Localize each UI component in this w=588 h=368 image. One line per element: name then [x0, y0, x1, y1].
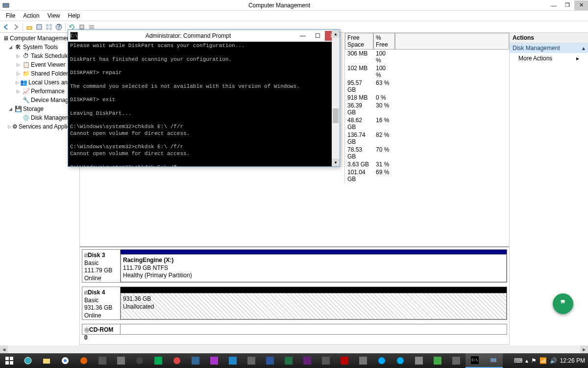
task-app15[interactable]	[447, 353, 466, 368]
task-skype[interactable]	[391, 353, 410, 368]
task-app4[interactable]	[149, 353, 168, 368]
collapse-icon[interactable]: ◢	[8, 45, 13, 50]
task-app7[interactable]	[205, 353, 223, 368]
scroll-down-button[interactable]: ▼	[332, 158, 340, 166]
table-row[interactable]: 3.63 GB31 %	[345, 160, 509, 168]
expand-icon[interactable]: ▷	[8, 124, 11, 130]
up-button[interactable]	[25, 23, 34, 31]
start-button[interactable]	[0, 353, 19, 368]
col-free-space[interactable]: Free Space	[345, 33, 373, 50]
expand-icon[interactable]: ▷	[16, 80, 19, 85]
volume-size: 111.79 GB NTFS	[123, 264, 168, 271]
disk-row-cdrom[interactable]: ◎CD-ROM 0	[82, 324, 507, 335]
task-filezilla[interactable]	[335, 353, 354, 368]
tray-clock[interactable]: 12:26 PM	[560, 357, 585, 364]
grid-button[interactable]	[45, 23, 53, 31]
tray-up-icon[interactable]: ▴	[525, 357, 528, 364]
back-button[interactable]	[2, 23, 11, 31]
scroll-right-button[interactable]: ▶	[580, 345, 588, 353]
task-app10[interactable]	[317, 353, 335, 368]
table-row[interactable]: 36.39 GB30 %	[345, 102, 509, 116]
task-app12[interactable]	[372, 353, 391, 368]
event-icon: 📋	[22, 61, 30, 69]
task-explorer[interactable]	[37, 353, 56, 368]
task-vs[interactable]	[298, 353, 317, 368]
task-app9[interactable]	[242, 353, 261, 368]
task-chrome[interactable]	[56, 353, 74, 368]
task-app2[interactable]	[112, 353, 130, 368]
help-button[interactable]: ?	[54, 23, 63, 31]
menu-file[interactable]: File	[2, 11, 19, 20]
table-row[interactable]: 101.04 GB69 %	[345, 168, 509, 183]
disk-row-3[interactable]: ⎚Disk 3 Basic 111.79 GB Online RacingEng…	[82, 249, 507, 283]
svg-rect-23	[98, 357, 106, 365]
properties-button[interactable]	[35, 23, 44, 31]
task-excel[interactable]	[279, 353, 298, 368]
scroll-up-button[interactable]: ▲	[332, 30, 340, 38]
task-app13[interactable]	[410, 353, 428, 368]
table-row[interactable]: 102 MB100 %	[345, 64, 509, 79]
table-row[interactable]: 918 MB0 %	[345, 94, 509, 102]
table-row[interactable]: 78.53 GB70 %	[345, 146, 509, 160]
menu-help[interactable]: Help	[64, 11, 84, 20]
task-app3[interactable]	[130, 353, 149, 368]
taskbar[interactable]: C:\ ⌨ ▴ ⚑ 📶 🔊 12:26 PM	[0, 353, 588, 368]
expand-icon[interactable]: ▷	[16, 89, 21, 94]
tray-volume-icon[interactable]: 🔊	[550, 357, 557, 364]
volume-racingengine[interactable]: RacingEngine (X:) 111.79 GB NTFS Healthy…	[121, 250, 507, 282]
volume-table[interactable]: Free Space % Free 306 MB100 %102 MB100 %…	[344, 33, 509, 183]
cmd-titlebar[interactable]: C:\ Administrator: Command Prompt — ☐ ✕	[68, 30, 340, 42]
collapse-icon[interactable]: ◢	[8, 106, 13, 112]
col-pct-free[interactable]: % Free	[373, 33, 395, 50]
task-app1[interactable]	[93, 353, 112, 368]
scroll-left-button[interactable]: ◀	[0, 345, 8, 353]
system-tray[interactable]: ⌨ ▴ ⚑ 📶 🔊 12:26 PM	[514, 357, 588, 364]
tray-network-icon[interactable]: 📶	[539, 357, 547, 364]
cmd-scrollbar[interactable]: ▲ ▼	[332, 30, 340, 166]
svg-rect-4	[46, 24, 49, 26]
task-app11[interactable]	[354, 353, 372, 368]
table-row[interactable]: 48.62 GB16 %	[345, 116, 509, 131]
hangouts-fab[interactable]: ❞	[553, 293, 573, 314]
close-button[interactable]: ✕	[574, 0, 588, 10]
minimize-button[interactable]: —	[547, 0, 561, 10]
table-row[interactable]: 95.57 GB63 %	[345, 79, 509, 94]
col-blank[interactable]	[395, 33, 509, 50]
cmd-minimize-button[interactable]: —	[295, 31, 310, 41]
task-app6[interactable]	[186, 353, 205, 368]
table-row[interactable]: 136.74 GB82 %	[345, 131, 509, 146]
scroll-thumb[interactable]	[333, 108, 339, 123]
tray-flag-icon[interactable]: ⚑	[531, 357, 537, 364]
task-app8[interactable]	[223, 353, 242, 368]
disk-row-4[interactable]: ⎚Disk 4 Basic 931.36 GB Online 931.36 GB…	[82, 287, 507, 320]
svg-point-18	[24, 357, 31, 364]
task-app5[interactable]	[168, 353, 186, 368]
task-ie[interactable]	[19, 353, 37, 368]
cmd-maximize-button[interactable]: ☐	[310, 31, 325, 41]
actions-section[interactable]: Disk Management▴	[510, 43, 588, 53]
cmd-output[interactable]: Please wait while DiskPart scans your co…	[68, 42, 340, 166]
forward-button[interactable]	[12, 23, 21, 31]
expand-icon[interactable]: ▷	[16, 62, 21, 68]
cell-free: 36.39 GB	[345, 102, 373, 116]
expand-icon[interactable]: ▷	[16, 71, 21, 77]
svg-rect-6	[46, 27, 49, 30]
volume-unallocated[interactable]: 931.36 GB Unallocated	[121, 287, 507, 319]
disk-3-label: ⎚Disk 3 Basic 111.79 GB Online	[82, 250, 121, 282]
menu-view[interactable]: View	[44, 11, 64, 20]
task-word[interactable]	[261, 353, 279, 368]
device-icon: 🔧	[22, 96, 30, 104]
menu-action[interactable]: Action	[19, 11, 43, 20]
command-prompt-window[interactable]: C:\ Administrator: Command Prompt — ☐ ✕ …	[68, 29, 340, 167]
horizontal-scrollbar[interactable]: ◀ ▶	[0, 345, 588, 353]
table-row[interactable]: 306 MB100 %	[345, 50, 509, 64]
task-firefox[interactable]	[74, 353, 93, 368]
task-cmd[interactable]: C:\	[466, 353, 484, 368]
task-compmgmt[interactable]	[484, 353, 503, 368]
expand-icon[interactable]: ▷	[16, 53, 21, 59]
disk-graphic-pane[interactable]: ⎚Disk 3 Basic 111.79 GB Online RacingEng…	[80, 246, 509, 353]
maximize-button[interactable]: ❐	[561, 0, 574, 10]
task-app14[interactable]	[428, 353, 447, 368]
more-actions[interactable]: More Actions▸	[510, 53, 588, 64]
tray-keyboard-icon[interactable]: ⌨	[514, 357, 522, 364]
